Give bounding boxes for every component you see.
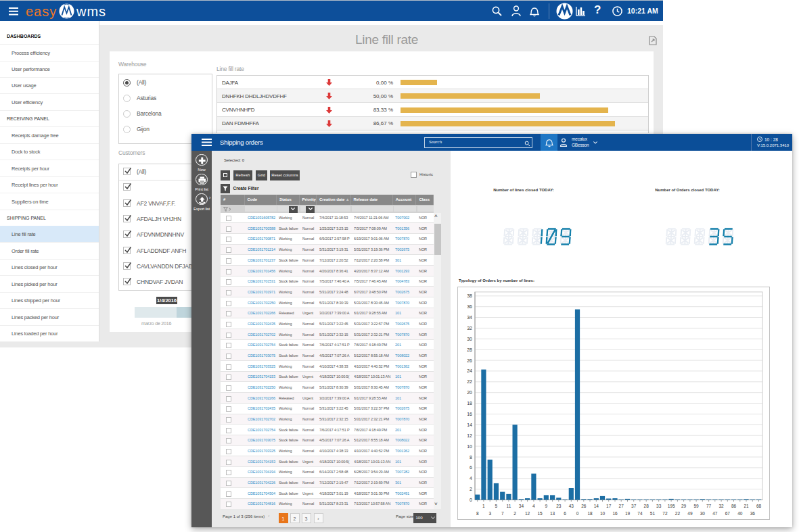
svg-text:26: 26: [467, 358, 472, 363]
svg-text:68: 68: [756, 504, 762, 508]
svg-text:14: 14: [594, 504, 599, 508]
svg-text:18: 18: [587, 511, 593, 516]
svg-text:11: 11: [507, 504, 511, 508]
svg-text:7: 7: [501, 511, 504, 516]
svg-text:8: 8: [470, 455, 472, 460]
svg-text:0: 0: [470, 498, 472, 502]
svg-text:32: 32: [467, 326, 472, 331]
svg-text:36: 36: [467, 304, 472, 309]
svg-text:72: 72: [662, 511, 668, 516]
svg-text:30: 30: [467, 337, 472, 341]
svg-text:59: 59: [693, 504, 699, 508]
svg-text:33: 33: [656, 504, 662, 508]
svg-text:23: 23: [556, 504, 562, 508]
svg-text:36: 36: [750, 511, 756, 516]
svg-text:6: 6: [564, 511, 566, 516]
svg-text:19: 19: [625, 511, 631, 516]
svg-text:77: 77: [706, 504, 712, 508]
svg-text:27: 27: [619, 504, 624, 508]
svg-text:86: 86: [731, 504, 737, 508]
svg-text:24: 24: [467, 368, 472, 373]
svg-text:32: 32: [718, 504, 724, 508]
svg-text:51: 51: [650, 511, 656, 516]
svg-text:0: 0: [576, 511, 579, 516]
svg-text:3: 3: [488, 511, 491, 516]
svg-text:20: 20: [467, 390, 472, 395]
svg-text:74: 74: [637, 511, 643, 516]
svg-text:10: 10: [600, 511, 606, 516]
svg-text:43: 43: [569, 504, 574, 508]
svg-text:195: 195: [668, 504, 675, 508]
svg-text:22: 22: [467, 379, 472, 384]
svg-text:40: 40: [737, 511, 743, 516]
svg-text:67: 67: [725, 511, 731, 516]
svg-text:4: 4: [470, 476, 472, 481]
svg-text:29: 29: [681, 504, 687, 508]
svg-text:9: 9: [545, 504, 547, 508]
svg-text:34: 34: [519, 504, 524, 508]
svg-text:10: 10: [467, 444, 472, 449]
svg-text:34: 34: [467, 315, 472, 320]
svg-text:30: 30: [700, 511, 706, 516]
svg-text:17: 17: [606, 504, 612, 508]
svg-text:37: 37: [631, 504, 637, 508]
svg-text:14: 14: [467, 422, 472, 427]
svg-text:16: 16: [467, 412, 472, 416]
svg-text:28: 28: [644, 504, 649, 508]
svg-text:18: 18: [467, 401, 472, 406]
svg-text:28: 28: [467, 347, 472, 352]
svg-text:13: 13: [550, 511, 555, 516]
svg-text:4: 4: [532, 504, 535, 508]
svg-text:1: 1: [482, 504, 485, 508]
svg-text:38: 38: [467, 293, 472, 298]
svg-text:15: 15: [537, 511, 543, 516]
svg-text:2: 2: [470, 487, 472, 491]
svg-text:16: 16: [612, 511, 618, 516]
svg-text:22: 22: [675, 511, 681, 516]
svg-text:12: 12: [467, 433, 472, 438]
svg-text:6: 6: [470, 465, 472, 470]
svg-text:49: 49: [687, 511, 693, 516]
svg-text:26: 26: [581, 504, 587, 508]
svg-text:12: 12: [525, 511, 530, 516]
svg-text:5: 5: [495, 504, 498, 508]
svg-text:8: 8: [476, 511, 479, 516]
svg-text:2: 2: [513, 511, 516, 516]
svg-text:21: 21: [744, 504, 749, 508]
svg-text:47: 47: [712, 511, 718, 516]
